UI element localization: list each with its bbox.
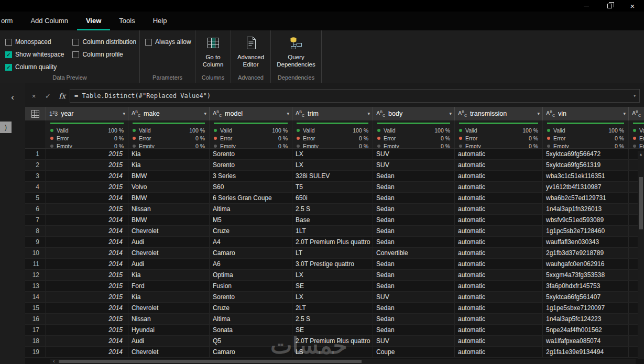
column-header-body[interactable]: ABCbody▾ [373, 107, 455, 120]
cell-vin[interactable]: wba3c1c51ek116351 [543, 171, 629, 181]
row-number[interactable]: 12 [25, 270, 46, 280]
checkbox-always-allow[interactable]: Always allow [145, 38, 191, 46]
cell-year[interactable]: 2015 [46, 270, 128, 280]
cell-make[interactable]: Volvo [128, 182, 210, 192]
vertical-scrollbar[interactable]: ▴ [638, 151, 644, 359]
cell-trim[interactable]: LX [292, 160, 373, 170]
cell-vin[interactable]: wauhgafc0en062916 [543, 259, 629, 269]
cell-make[interactable]: Chevrolet [128, 226, 210, 236]
cell-transmission[interactable]: automatic [455, 347, 543, 357]
cell-transmission[interactable]: automatic [455, 204, 543, 214]
row-number[interactable]: 4 [25, 182, 46, 192]
cell-transmission[interactable]: automatic [455, 215, 543, 225]
cell-year[interactable]: 2015 [46, 325, 128, 335]
formula-input[interactable]: = Table.Distinct(#"Replaced Value4") ▾ [70, 89, 640, 103]
cell-transmission[interactable]: automatic [455, 270, 543, 280]
cell-vin[interactable]: 1n4al3ap5fc124223 [543, 314, 629, 324]
cell-vin[interactable]: 5xxgm4a73fg353538 [543, 270, 629, 280]
cell-body[interactable]: Sedan [373, 325, 455, 335]
cell-transmission[interactable]: automatic [455, 259, 543, 269]
cell-body[interactable]: Sedan [373, 204, 455, 214]
filter-icon[interactable]: ▾ [623, 111, 626, 116]
cell-vin[interactable]: 5xyktca69fg561319 [543, 160, 629, 170]
cell-transmission[interactable]: automatic [455, 303, 543, 313]
cell-model[interactable]: A4 [210, 237, 292, 247]
cell-trim[interactable]: SE [292, 281, 373, 291]
row-number[interactable]: 2 [25, 160, 46, 170]
menu-tab-view[interactable]: View [77, 17, 110, 30]
cell-year[interactable]: 2014 [46, 237, 128, 247]
column-header-year[interactable]: 123year▾ [46, 107, 128, 120]
cell-trim[interactable]: LX [292, 149, 373, 159]
row-number[interactable]: 1 [25, 149, 46, 159]
filter-icon[interactable]: ▾ [287, 111, 289, 116]
cell-trim[interactable]: Base [292, 215, 373, 225]
column-header-vin[interactable]: ABCvin▾ [543, 107, 629, 120]
cell-make[interactable]: Kia [128, 270, 210, 280]
horizontal-scrollbar[interactable]: ‹ [50, 359, 636, 364]
column-header-model[interactable]: ABCmodel▾ [210, 107, 292, 120]
filter-icon[interactable]: ▾ [123, 111, 125, 116]
cell-make[interactable]: BMW [128, 215, 210, 225]
cell-vin[interactable]: 1g1pe5sbxe7120097 [543, 303, 629, 313]
cell-year[interactable]: 2015 [46, 281, 128, 291]
row-number[interactable]: 14 [25, 292, 46, 302]
row-number[interactable]: 9 [25, 237, 46, 247]
cell-year[interactable]: 2014 [46, 336, 128, 346]
cell-make[interactable]: Audi [128, 336, 210, 346]
cell-make[interactable]: Hyundai [128, 325, 210, 335]
column-header-partial[interactable]: ABC▾ [629, 107, 644, 120]
restore-button[interactable] [598, 0, 621, 12]
expand-queries-chevron-icon[interactable]: ‹ [0, 92, 25, 103]
cell-body[interactable]: Coupe [373, 347, 455, 357]
formula-expand-chevron-icon[interactable]: ▾ [634, 93, 636, 98]
cell-body[interactable]: Sedan [373, 281, 455, 291]
cell-model[interactable]: 3 Series [210, 171, 292, 181]
cell-make[interactable]: BMW [128, 171, 210, 181]
cell-model[interactable]: Cruze [210, 303, 292, 313]
cell-body[interactable]: SUV [373, 292, 455, 302]
cell-model[interactable]: Cruze [210, 226, 292, 236]
cell-transmission[interactable]: automatic [455, 281, 543, 291]
commit-formula-icon[interactable]: ✓ [41, 92, 54, 100]
cell-vin[interactable]: 5xyktca66fg561407 [543, 292, 629, 302]
row-number[interactable]: 17 [25, 325, 46, 335]
checkbox-column-profile[interactable]: Column profile [72, 51, 136, 58]
row-number[interactable]: 11 [25, 259, 46, 269]
cell-make[interactable]: Kia [128, 149, 210, 159]
filter-icon[interactable]: ▾ [204, 111, 206, 116]
cell-year[interactable]: 2014 [46, 193, 128, 203]
cell-make[interactable]: Audi [128, 237, 210, 247]
close-button[interactable]: × [621, 0, 644, 12]
row-number[interactable]: 15 [25, 303, 46, 313]
cell-vin[interactable]: 1n4al3ap1fn326013 [543, 204, 629, 214]
cell-model[interactable]: 6 Series Gran Coupe [210, 193, 292, 203]
cell-body[interactable]: SUV [373, 160, 455, 170]
cell-body[interactable]: Sedan [373, 182, 455, 192]
cell-model[interactable]: Sorento [210, 160, 292, 170]
cell-model[interactable]: Sorento [210, 292, 292, 302]
advanced-editor-button[interactable]: Advanced Editor [234, 35, 268, 69]
cell-trim[interactable]: LX [292, 270, 373, 280]
cell-model[interactable]: Optima [210, 270, 292, 280]
cell-transmission[interactable]: automatic [455, 149, 543, 159]
row-number[interactable]: 19 [25, 347, 46, 357]
column-header-make[interactable]: ABCmake▾ [128, 107, 210, 120]
cell-trim[interactable]: T5 [292, 182, 373, 192]
cell-model[interactable]: Sorento [210, 149, 292, 159]
cell-body[interactable]: Sedan [373, 314, 455, 324]
cell-year[interactable]: 2014 [46, 259, 128, 269]
cell-body[interactable]: Sedan [373, 193, 455, 203]
cell-body[interactable]: SUV [373, 149, 455, 159]
cell-vin[interactable]: wa1lfafpxea085074 [543, 336, 629, 346]
cell-model[interactable]: Fusion [210, 281, 292, 291]
cell-year[interactable]: 2014 [46, 303, 128, 313]
cell-trim[interactable]: LX [292, 292, 373, 302]
cell-vin[interactable]: 2g1fa1e39e9134494 [543, 347, 629, 357]
cell-year[interactable]: 2015 [46, 314, 128, 324]
cell-transmission[interactable]: automatic [455, 325, 543, 335]
cell-year[interactable]: 2014 [46, 347, 128, 357]
cell-body[interactable]: Convertible [373, 248, 455, 258]
cell-transmission[interactable]: automatic [455, 160, 543, 170]
cell-model[interactable]: S60 [210, 182, 292, 192]
